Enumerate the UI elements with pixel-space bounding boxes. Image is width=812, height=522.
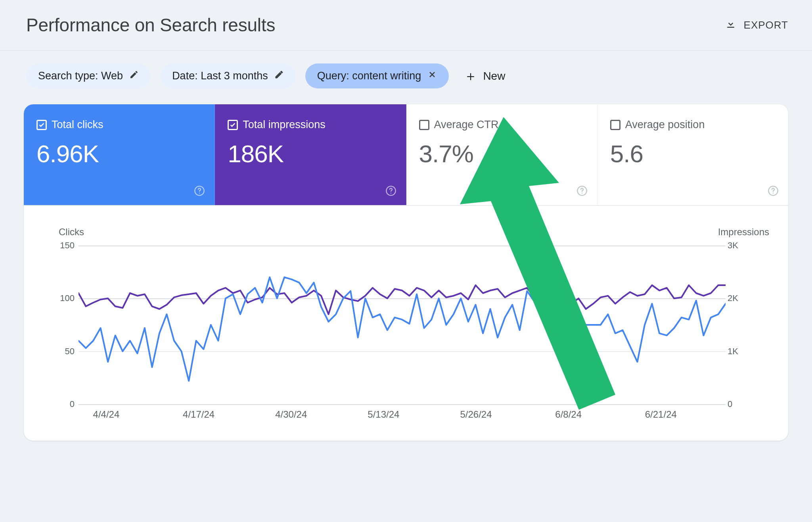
y-tick-left: 150: [55, 240, 75, 251]
close-icon[interactable]: [427, 70, 437, 82]
svg-point-3: [390, 193, 391, 194]
svg-point-5: [582, 193, 582, 194]
x-tick: 6/21/24: [645, 409, 677, 420]
new-label: New: [483, 70, 505, 83]
metric-value: 5.6: [610, 140, 776, 168]
metric-label: Average position: [625, 119, 705, 131]
metric-tiles: Total clicks 6.96K Total impressions 186…: [24, 104, 788, 206]
metric-tile-ctr[interactable]: Average CTR 3.7%: [406, 104, 598, 205]
metric-label: Average CTR: [434, 119, 499, 131]
svg-point-7: [773, 193, 774, 194]
y-tick-right: 1K: [728, 346, 747, 357]
metric-label: Total clicks: [52, 119, 103, 131]
filter-bar: Search type: Web Date: Last 3 months Que…: [0, 51, 812, 104]
y-tick-left: 50: [55, 346, 75, 357]
help-icon[interactable]: [576, 185, 588, 196]
y-tick-right: 2K: [728, 293, 747, 303]
y-tick-left: 100: [55, 293, 75, 303]
x-tick: 4/4/24: [93, 409, 120, 420]
metric-value: 3.7%: [419, 140, 584, 168]
plus-icon: ＋: [464, 67, 477, 85]
download-icon: [725, 18, 737, 33]
x-tick: 4/17/24: [183, 409, 214, 420]
x-axis: 4/4/244/17/244/30/245/13/245/26/246/8/24…: [79, 409, 726, 425]
metric-value: 186K: [228, 140, 393, 168]
filter-chip-label: Date: Last 3 months: [172, 70, 268, 82]
help-icon[interactable]: [768, 185, 779, 196]
y-tick-right: 0: [728, 399, 747, 409]
chart-area: Clicks Impressions 00501K1002K1503K 4/4/…: [24, 206, 788, 441]
y-axis-right-title: Impressions: [718, 226, 769, 238]
filter-chip-query[interactable]: Query: content writing: [305, 63, 449, 88]
page-title: Performance on Search results: [26, 14, 275, 36]
x-tick: 5/13/24: [368, 409, 399, 420]
metric-tile-clicks[interactable]: Total clicks 6.96K: [24, 104, 215, 205]
metric-label: Total impressions: [243, 119, 326, 131]
filter-chip-label: Query: content writing: [317, 70, 421, 82]
svg-point-1: [199, 193, 200, 194]
x-tick: 4/30/24: [275, 409, 307, 420]
performance-card: Total clicks 6.96K Total impressions 186…: [24, 104, 788, 441]
metric-tile-position[interactable]: Average position 5.6: [598, 104, 788, 205]
pencil-icon: [129, 70, 139, 82]
help-icon[interactable]: [194, 185, 205, 196]
checkbox-checked-icon: [36, 120, 47, 130]
metric-tile-impressions[interactable]: Total impressions 186K: [215, 104, 406, 205]
add-filter-button[interactable]: ＋ New: [458, 67, 505, 85]
checkbox-checked-icon: [228, 120, 238, 130]
chart-plot[interactable]: 00501K1002K1503K: [79, 246, 726, 404]
header: Performance on Search results EXPORT: [0, 0, 812, 51]
export-button[interactable]: EXPORT: [725, 18, 788, 33]
metric-value: 6.96K: [36, 140, 202, 168]
export-label: EXPORT: [744, 19, 788, 31]
filter-chip-search-type[interactable]: Search type: Web: [26, 63, 151, 88]
y-tick-left: 0: [55, 399, 75, 409]
checkbox-unchecked-icon: [419, 120, 429, 130]
help-icon[interactable]: [385, 185, 396, 196]
y-tick-right: 3K: [728, 240, 747, 251]
x-tick: 5/26/24: [460, 409, 492, 420]
pencil-icon: [274, 70, 284, 82]
x-tick: 6/8/24: [555, 409, 582, 420]
y-axis-left-title: Clicks: [59, 226, 84, 238]
filter-chip-label: Search type: Web: [38, 70, 123, 82]
filter-chip-date[interactable]: Date: Last 3 months: [160, 63, 296, 88]
checkbox-unchecked-icon: [610, 120, 620, 130]
